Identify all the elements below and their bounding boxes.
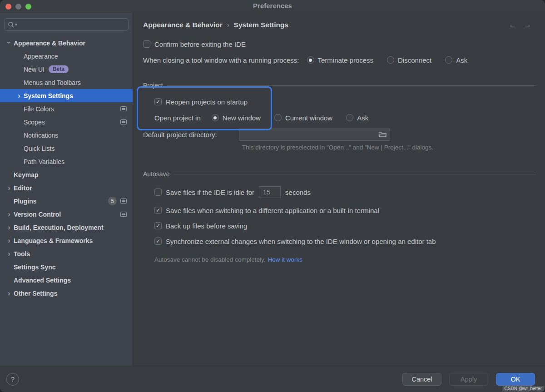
sidebar-item-label: Advanced Settings (14, 277, 71, 284)
reopen-projects-checkbox[interactable] (154, 98, 162, 105)
sidebar-item-label: Appearance & Behavior (14, 40, 85, 47)
checkbox-back-up-files-before-saving[interactable] (154, 222, 162, 229)
radio-disconnect[interactable]: Disconnect (387, 56, 431, 64)
radio-label: New window (223, 114, 261, 122)
radio-label: Disconnect (398, 56, 431, 64)
sidebar-item-file-colors[interactable]: File Colors (0, 102, 133, 115)
sidebar-item-tools[interactable]: Tools (0, 247, 133, 260)
ok-button[interactable]: OK (496, 373, 535, 386)
radio-button-icon[interactable] (274, 114, 282, 121)
open-project-in-radio-group: New windowCurrent windowAsk (212, 114, 368, 122)
window-icon (120, 212, 127, 217)
search-area: ▾ (0, 13, 133, 34)
radio-button-icon[interactable] (212, 114, 219, 121)
window-icon (120, 106, 127, 111)
sidebar-item-scopes[interactable]: Scopes (0, 115, 133, 129)
sidebar-item-menus-and-toolbars[interactable]: Menus and Toolbars (0, 76, 133, 89)
radio-label: Ask (456, 56, 467, 64)
chevron-right-icon[interactable] (5, 223, 14, 232)
chevron-right-icon[interactable] (5, 237, 14, 245)
sidebar-item-system-settings[interactable]: System Settings (0, 89, 133, 102)
radio-ask[interactable]: Ask (445, 56, 467, 64)
chevron-right-icon[interactable] (15, 92, 24, 100)
how-it-works-link[interactable]: How it works (268, 256, 302, 263)
radio-current-window[interactable]: Current window (274, 114, 332, 122)
radio-button-icon[interactable] (346, 114, 353, 121)
minimize-window-button[interactable] (15, 4, 21, 10)
open-project-in-label: Open project in (154, 114, 201, 122)
project-section-title: Project (143, 82, 163, 89)
sidebar-item-languages-frameworks[interactable]: Languages & Frameworks (0, 234, 133, 247)
sidebar-item-build-execution-deployment[interactable]: Build, Execution, Deployment (0, 221, 133, 234)
autosave-option-row: Back up files before saving (154, 221, 536, 231)
close-window-button[interactable] (5, 4, 11, 10)
default-project-directory-input[interactable] (239, 131, 377, 138)
sidebar-item-settings-sync[interactable]: Settings Sync (0, 260, 133, 273)
apply-button[interactable]: Apply (449, 373, 488, 386)
autosave-idle-label-before: Save files if the IDE is idle for (166, 189, 254, 196)
closing-process-label: When closing a tool window with a runnin… (143, 56, 299, 64)
search-input[interactable]: ▾ (4, 18, 129, 31)
sidebar-item-label: Build, Execution, Deployment (14, 224, 104, 231)
sidebar-item-label: Notifications (24, 132, 58, 139)
default-project-directory-row: Default project directory: (143, 128, 536, 141)
sidebar-item-advanced-settings[interactable]: Advanced Settings (0, 273, 133, 287)
sidebar-item-label: Other Settings (14, 290, 57, 297)
autosave-section-title: Autosave (143, 170, 169, 178)
checkbox-label: Synchronize external changes when switch… (166, 238, 436, 245)
chevron-right-icon[interactable] (5, 184, 14, 192)
default-project-directory-hint: This directory is preselected in "Open..… (242, 144, 536, 151)
dialog-buttons: Cancel Apply OK (402, 373, 535, 386)
radio-label: Current window (285, 114, 332, 122)
sidebar-item-appearance-behavior[interactable]: Appearance & Behavior (0, 36, 133, 50)
radio-new-window[interactable]: New window (212, 114, 261, 122)
sidebar-item-keymap[interactable]: Keymap (0, 168, 133, 181)
search-options-caret-icon[interactable]: ▾ (15, 22, 17, 27)
sidebar-item-version-control[interactable]: Version Control (0, 208, 133, 221)
forward-arrow-icon[interactable] (524, 20, 531, 30)
autosave-idle-checkbox[interactable] (154, 189, 162, 196)
confirm-exit-checkbox[interactable] (143, 40, 150, 48)
help-button[interactable]: ? (6, 373, 19, 386)
sidebar-item-appearance[interactable]: Appearance (0, 50, 133, 63)
default-project-directory-label: Default project directory: (143, 131, 239, 139)
sidebar-item-editor[interactable]: Editor (0, 181, 133, 194)
chevron-right-icon[interactable] (5, 210, 14, 218)
autosave-option-row: Save files when switching to a different… (154, 205, 536, 215)
zoom-window-button[interactable] (25, 4, 31, 10)
autosave-section-header: Autosave (143, 170, 536, 178)
chevron-down-icon[interactable] (5, 39, 14, 47)
sidebar-item-path-variables[interactable]: Path Variables (0, 155, 133, 168)
radio-button-icon[interactable] (387, 56, 394, 64)
radio-button-icon[interactable] (445, 56, 452, 64)
autosave-option-row: Synchronize external changes when switch… (154, 236, 536, 246)
sidebar-item-badges (120, 212, 127, 217)
cancel-button[interactable]: Cancel (402, 373, 441, 386)
checkbox-label: Save files when switching to a different… (166, 207, 379, 214)
browse-folder-button[interactable] (377, 130, 390, 139)
window-icon (120, 198, 127, 203)
radio-ask[interactable]: Ask (346, 114, 368, 122)
sidebar-item-quick-lists[interactable]: Quick Lists (0, 142, 133, 155)
checkbox-save-files-when-switching-to-a-different[interactable] (154, 207, 162, 214)
traffic-lights (5, 4, 31, 10)
back-arrow-icon[interactable] (509, 20, 516, 30)
sidebar-item-label: Menus and Toolbars (24, 79, 81, 86)
sidebar-item-plugins[interactable]: Plugins5 (0, 194, 133, 208)
radio-terminate-process[interactable]: Terminate process (307, 56, 374, 64)
checkbox-synchronize-external-changes-when-switch[interactable] (154, 238, 162, 245)
radio-button-icon[interactable] (307, 56, 314, 64)
sidebar-item-other-settings[interactable]: Other Settings (0, 287, 133, 300)
sidebar-item-new-ui[interactable]: New UIBeta (0, 63, 133, 76)
autosave-idle-row: Save files if the IDE is idle for 15 sec… (154, 186, 536, 198)
autosave-idle-label-after: seconds (285, 189, 311, 196)
search-icon (8, 21, 15, 28)
chevron-right-icon[interactable] (5, 289, 14, 298)
autosave-idle-seconds-input[interactable]: 15 (259, 186, 281, 198)
chevron-right-icon[interactable] (5, 250, 14, 258)
sidebar-item-notifications[interactable]: Notifications (0, 129, 133, 142)
open-project-in-row: Open project in New windowCurrent window… (154, 113, 536, 123)
sidebar-item-label: New UI (24, 66, 45, 73)
breadcrumb-parent[interactable]: Appearance & Behavior (143, 21, 223, 29)
settings-main-panel: Appearance & Behavior › System Settings … (133, 13, 545, 366)
